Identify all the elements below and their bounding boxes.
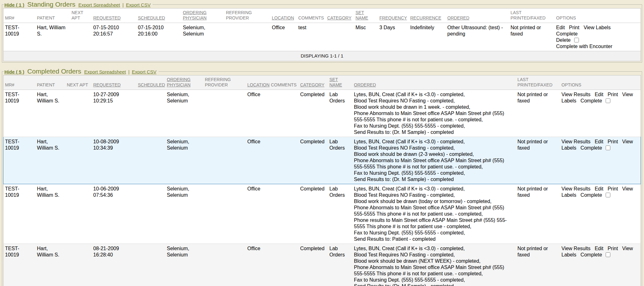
col-header-mr: MR#	[3, 8, 36, 23]
cell-referring-provider	[203, 137, 246, 184]
complete-link[interactable]: Complete	[556, 31, 578, 36]
view-results-link[interactable]: View Results	[562, 186, 591, 191]
col-header-ordering-physician[interactable]: ORDERING PHYSICIAN	[181, 8, 225, 23]
cell-category: Completed	[299, 90, 328, 137]
col-header-ordered[interactable]: ORDERED	[446, 8, 509, 23]
cell-patient: Hart, William S.	[36, 244, 65, 286]
completed-export-csv-link[interactable]: Export CSV	[132, 69, 156, 74]
cell-referring-provider	[203, 90, 246, 137]
col-header-recurrence[interactable]: RECURRENCE	[409, 8, 446, 23]
completed-orders-legend: Hide ( 5 ) Completed Orders Export Sprea…	[4, 68, 158, 75]
cell-recurrence: Indefinitely	[409, 23, 446, 51]
cell-category: Completed	[299, 137, 328, 184]
edit-link[interactable]: Edit	[595, 246, 603, 251]
standing-export-csv-link[interactable]: Export CSV	[126, 2, 151, 8]
complete-with-encounter-link[interactable]: Complete with Encounter	[556, 44, 613, 49]
print-link[interactable]: Print	[569, 25, 580, 30]
edit-link[interactable]: Edit	[595, 92, 603, 97]
cell-last-printed-faxed: Not printed or faxed	[516, 244, 560, 286]
col-header-requested[interactable]: REQUESTED	[92, 8, 136, 23]
cell-next-apt	[65, 184, 92, 244]
standing-hide-link[interactable]: Hide ( 1 )	[4, 2, 24, 8]
print-link[interactable]: Print	[608, 246, 618, 251]
standing-export-spreadsheet-link[interactable]: Export Spreadsheet	[78, 2, 120, 8]
cell-next-apt	[65, 90, 92, 137]
cell-mr: TEST-10019	[3, 244, 36, 286]
view-results-link[interactable]: View Results	[562, 139, 591, 144]
cell-ordering-physician: Selenium, Selenium	[165, 184, 203, 244]
cell-comments	[269, 244, 299, 286]
cell-scheduled	[136, 184, 165, 244]
cell-options: Edit Print View Labels Complete Delete C…	[555, 23, 641, 51]
print-link[interactable]: Print	[608, 186, 618, 191]
complete-link[interactable]: Complete	[580, 98, 602, 103]
completed-export-spreadsheet-link[interactable]: Export Spreadsheet	[84, 69, 126, 74]
completed-orders-table: MR# PATIENT NEXT APT REQUESTED SCHEDULED…	[3, 75, 641, 286]
standing-orders-legend: Hide ( 1 ) Standing Orders Export Spread…	[4, 1, 153, 8]
cell-ordered: Lytes, BUN, Creat (Call if K+ is <3.0) -…	[353, 90, 516, 137]
cell-comments	[269, 90, 299, 137]
complete-link[interactable]: Complete	[580, 192, 602, 198]
print-link[interactable]: Print	[608, 139, 618, 144]
col-header-set-name[interactable]: SET NAME	[328, 75, 353, 90]
col-header-requested[interactable]: REQUESTED	[92, 75, 136, 90]
col-header-ordered[interactable]: ORDERED	[353, 75, 516, 90]
col-header-location[interactable]: LOCATION	[246, 75, 269, 90]
cell-set-name: Lab Orders	[328, 184, 353, 244]
paging-status: DISPLAYING 1-1 / 1	[3, 51, 641, 61]
completed-order-row-highlighted: TEST-10019 Hart, William S. 10-08-2009 1…	[3, 137, 641, 184]
col-header-scheduled[interactable]: SCHEDULED	[136, 75, 165, 90]
cell-location: Office	[246, 90, 269, 137]
col-header-next-apt: NEXT APT	[70, 8, 92, 23]
col-header-category[interactable]: CATEGORY	[299, 75, 328, 90]
cell-mr: TEST-10019	[3, 184, 36, 244]
completed-hide-link[interactable]: Hide ( 5 )	[4, 69, 24, 74]
col-header-scheduled[interactable]: SCHEDULED	[136, 8, 181, 23]
complete-link[interactable]: Complete	[580, 145, 602, 151]
view-results-link[interactable]: View Results	[562, 92, 591, 97]
cell-category: Completed	[299, 184, 328, 244]
cell-location: Office	[246, 184, 269, 244]
legend-separator: |	[128, 69, 130, 74]
cell-last-printed-faxed: Not printed or faxed	[509, 23, 555, 51]
view-labels-link[interactable]: View Labels	[584, 25, 611, 30]
cell-ordered: Lytes, BUN, Creat (Call if K+ is <3.0) -…	[353, 137, 516, 184]
cell-mr: TEST-10019	[3, 90, 36, 137]
standing-header-row: MR# PATIENT NEXT APT REQUESTED SCHEDULED…	[3, 8, 641, 23]
cell-ordering-physician: Selenium, Selenium	[165, 90, 203, 137]
order-select-checkbox[interactable]	[606, 98, 610, 103]
col-header-ordering-physician[interactable]: ORDERING PHYSICIAN	[165, 75, 203, 90]
cell-last-printed-faxed: Not printed or faxed	[516, 137, 560, 184]
cell-last-printed-faxed: Not printed or faxed	[516, 184, 560, 244]
col-header-patient: PATIENT	[36, 8, 70, 23]
order-select-checkbox[interactable]	[574, 38, 579, 42]
completed-orders-section: Hide ( 5 ) Completed Orders Export Sprea…	[2, 68, 642, 286]
cell-mr: TEST-10019	[3, 23, 36, 51]
col-header-location[interactable]: LOCATION	[270, 8, 297, 23]
cell-patient: Hart, William S.	[36, 184, 65, 244]
order-select-checkbox[interactable]	[606, 146, 610, 150]
complete-link[interactable]: Complete	[580, 252, 602, 257]
cell-next-apt	[65, 137, 92, 184]
edit-link[interactable]: Edit	[595, 139, 603, 144]
order-select-checkbox[interactable]	[606, 252, 610, 257]
col-header-frequency[interactable]: FREQUENCY	[378, 8, 409, 23]
cell-patient: Hart, William S.	[36, 137, 65, 184]
cell-referring-provider	[203, 244, 246, 286]
cell-ordered: Lytes, BUN, Creat (Call if K+ is <3.0) -…	[353, 244, 516, 286]
col-header-category[interactable]: CATEGORY	[326, 8, 354, 23]
cell-frequency: 3 Days	[378, 23, 409, 51]
delete-link[interactable]: Delete	[556, 37, 571, 43]
print-link[interactable]: Print	[608, 92, 618, 97]
edit-link[interactable]: Edit	[595, 186, 603, 191]
col-header-last-printed-faxed: LAST PRINTED/FAXED	[516, 75, 560, 90]
col-header-set-name[interactable]: SET NAME	[354, 8, 378, 23]
cell-category	[326, 23, 354, 51]
view-results-link[interactable]: View Results	[562, 246, 591, 251]
cell-scheduled	[136, 244, 165, 286]
order-select-checkbox[interactable]	[606, 193, 610, 197]
completed-header-row: MR# PATIENT NEXT APT REQUESTED SCHEDULED…	[3, 75, 641, 90]
standing-order-row: TEST-10019 Hart, William S. 07-15-2010 2…	[3, 23, 641, 51]
edit-link[interactable]: Edit	[556, 25, 565, 30]
col-header-referring-provider: REFERRING PROVIDER	[203, 75, 246, 90]
